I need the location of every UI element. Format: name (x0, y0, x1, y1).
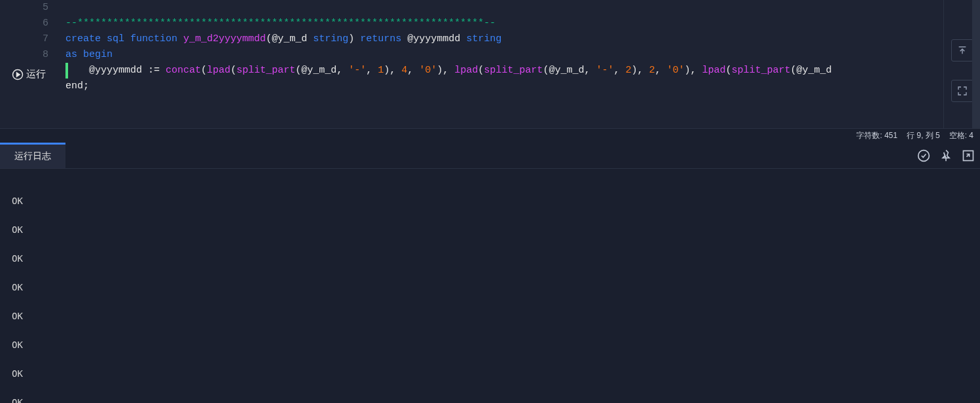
expand-icon (957, 86, 968, 96)
kw: sql (107, 33, 124, 44)
log-toolbar (917, 143, 975, 168)
code-editor[interactable]: 5 6 7 8 --******************************… (0, 0, 980, 128)
svg-point-4 (918, 150, 930, 161)
param: @yyyymmdd (407, 33, 460, 44)
fn: lpad (702, 65, 726, 76)
play-circle-icon (12, 69, 24, 80)
pin-icon (939, 149, 953, 162)
log-line: OK (12, 395, 968, 403)
code-end: end; (65, 80, 89, 92)
str: '0' (667, 65, 685, 76)
status-indent: 空格: 4 (949, 130, 973, 141)
fn: lpad (207, 65, 230, 76)
line-number: 6 (0, 16, 60, 31)
log-line: OK (12, 366, 968, 381)
check-circle-button[interactable] (917, 149, 930, 162)
str: '-' (596, 65, 613, 76)
maximize-icon (962, 149, 975, 162)
kw: returns (360, 33, 401, 44)
num: 4 (401, 65, 407, 76)
kw: begin (83, 49, 113, 60)
op: := (148, 65, 160, 76)
log-line: OK (12, 280, 968, 294)
fullscreen-button[interactable] (951, 80, 973, 102)
expand-log-button[interactable] (962, 149, 975, 162)
num: 1 (378, 65, 384, 76)
log-panel: 运行日志 OK OK OK OK OK OK OK OK FAILED: ODP… (0, 143, 980, 403)
go-top-button[interactable] (951, 39, 973, 61)
log-line: OK (12, 338, 968, 352)
kw: create (65, 33, 101, 44)
status-bar: 字符数: 451 行 9, 列 5 空格: 4 (0, 128, 980, 143)
run-button[interactable]: 运行 (12, 68, 46, 80)
editor-scrollbar[interactable] (972, 0, 980, 128)
kw: string (466, 33, 501, 44)
fn: lpad (454, 65, 478, 76)
num: 2 (649, 65, 655, 76)
arrow-top-icon (957, 45, 968, 56)
param: @y_m_d (549, 65, 584, 76)
fn: y_m_d2yyyymmdd (183, 33, 266, 44)
tab-run-log[interactable]: 运行日志 (0, 143, 65, 168)
status-cursor-pos: 行 9, 列 5 (907, 130, 940, 141)
log-line: OK (12, 194, 968, 208)
kw: function (130, 33, 177, 44)
line-number: 5 (0, 0, 60, 16)
str: '0' (419, 65, 437, 76)
log-line: OK (12, 222, 968, 237)
fn: split_part (236, 65, 295, 76)
param: @y_m_d (272, 33, 307, 44)
pin-button[interactable] (939, 149, 953, 162)
log-output[interactable]: OK OK OK OK OK OK OK OK FAILED: ODPS-013… (0, 169, 980, 403)
param: @y_m_d (797, 65, 832, 76)
svg-marker-1 (17, 73, 20, 77)
run-label: 运行 (26, 68, 46, 80)
code-comment: --**************************************… (65, 18, 496, 29)
fn: concat (166, 65, 201, 76)
line-gutter: 5 6 7 8 (0, 0, 60, 128)
line-number: 7 (0, 31, 60, 47)
fn: split_part (484, 65, 543, 76)
status-char-count: 字符数: 451 (856, 130, 898, 141)
kw: as (65, 49, 77, 60)
log-line: OK (12, 251, 968, 266)
line-number: 8 (0, 47, 60, 63)
str: '-' (348, 65, 366, 76)
check-circle-icon (917, 149, 930, 162)
log-line: OK (12, 309, 968, 323)
app-root: 5 6 7 8 --******************************… (0, 0, 980, 403)
code-content[interactable]: --**************************************… (65, 0, 941, 110)
kw: string (313, 33, 348, 44)
fn: split_part (732, 65, 791, 76)
param: @y_m_d (301, 65, 336, 76)
param: @yyyymmdd (89, 65, 142, 76)
log-tabs: 运行日志 (0, 143, 980, 169)
